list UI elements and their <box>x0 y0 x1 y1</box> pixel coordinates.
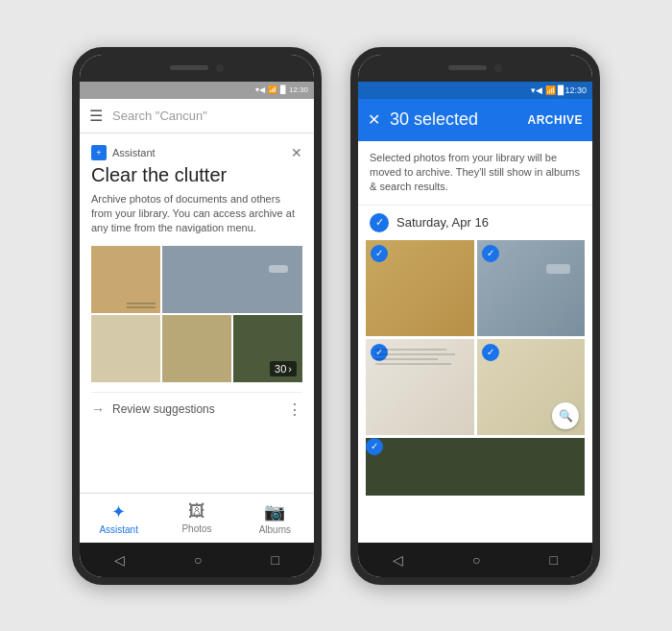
photo-paper-2 <box>162 315 231 382</box>
battery-icon: ▉ <box>280 85 286 94</box>
phone-1-status-bar: ▾◀ 📶 ▉ 12:30 <box>80 82 314 99</box>
close-card-button[interactable]: ✕ <box>291 145 302 160</box>
back-button[interactable]: ◁ <box>114 552 125 568</box>
env-line-1 <box>127 303 156 304</box>
date-row: ✓ Saturday, Apr 16 <box>358 206 592 240</box>
receipt-line-1 <box>375 349 446 351</box>
photo-cell-envelope-2[interactable]: ✓ <box>366 240 474 336</box>
home-button[interactable]: ○ <box>194 552 202 568</box>
check-overlay-1: ✓ <box>371 245 388 262</box>
hamburger-icon[interactable]: ☰ <box>89 107 103 125</box>
check-icon-1: ✓ <box>371 245 388 262</box>
check-overlay-2: ✓ <box>482 245 499 262</box>
phone-2: ▾◀ 📶 ▉ 12:30 ✕ 30 selected ARCHIVE Selec… <box>350 47 600 585</box>
phone-1-top-bar <box>80 55 314 82</box>
more-options-button[interactable]: ⋮ <box>287 400 302 419</box>
phone-1: ▾◀ 📶 ▉ 12:30 ☰ Search "Cancun" + Assista… <box>72 47 322 585</box>
chevron-right-icon: › <box>288 363 292 375</box>
spacer <box>358 496 592 543</box>
photos-tab-icon: 🖼 <box>188 501 205 522</box>
phone-2-screen: ▾◀ 📶 ▉ 12:30 ✕ 30 selected ARCHIVE Selec… <box>358 82 592 543</box>
archive-info-text: Selected photos from your library will b… <box>358 141 592 206</box>
home-button-2[interactable]: ○ <box>472 552 480 568</box>
selection-bar: ✕ 30 selected ARCHIVE <box>358 99 592 141</box>
check-icon-5: ✓ <box>366 438 383 455</box>
phone-1-screen: ▾◀ 📶 ▉ 12:30 ☰ Search "Cancun" + Assista… <box>80 82 314 543</box>
photo-grid-2: ✓ ✓ <box>358 240 592 336</box>
assistant-tab-label: Assistant <box>99 524 138 535</box>
assistant-label-text: Assistant <box>112 147 156 158</box>
photo-grid-row-2: ✓ ✓ 🔍 <box>358 336 592 435</box>
blue-status-bar: ▾◀ 📶 ▉ 12:30 <box>358 82 592 99</box>
time-display: 12:30 <box>289 85 308 94</box>
phone-2-speaker <box>448 65 487 70</box>
tab-bar: ✦ Assistant 🖼 Photos 📷 Albums <box>80 493 314 543</box>
check-overlay-4: ✓ <box>482 344 499 361</box>
wifi-icon: 📶 <box>268 85 277 94</box>
back-button-2[interactable]: ◁ <box>393 552 403 568</box>
tab-photos[interactable]: 🖼 Photos <box>157 494 235 543</box>
photo-cell-car-2[interactable]: ✓ <box>477 240 586 336</box>
date-label: Saturday, Apr 16 <box>396 215 489 230</box>
envelope-decoration <box>127 303 156 308</box>
assistant-header: + Assistant ✕ <box>91 145 302 160</box>
photos-tab-label: Photos <box>181 523 211 534</box>
photo-dark: 30 › <box>233 315 302 382</box>
phone-2-camera <box>494 64 502 72</box>
review-label: Review suggestions <box>112 402 215 416</box>
phone-2-top-bar <box>358 55 592 82</box>
receipt-line-3 <box>375 358 438 360</box>
selection-count: 30 selected <box>390 109 517 130</box>
photo-count-number: 30 <box>275 363 286 375</box>
receipt-lines <box>375 349 465 425</box>
date-check-icon[interactable]: ✓ <box>370 213 389 232</box>
phone-1-speaker <box>170 65 208 70</box>
status-icons-2: ▾◀ 📶 ▉ <box>531 85 564 95</box>
review-row: → Review suggestions ⋮ <box>91 392 302 426</box>
archive-button[interactable]: ARCHIVE <box>527 113 583 127</box>
car-door-handle <box>269 265 288 273</box>
photo-grid: 30 › <box>91 246 302 382</box>
photo-row-wide: ✓ <box>358 435 592 496</box>
zoom-button[interactable]: 🔍 <box>552 402 579 429</box>
tab-albums[interactable]: 📷 Albums <box>236 494 314 543</box>
photo-cell-note[interactable]: ✓ 🔍 <box>477 339 586 435</box>
assistant-card: + Assistant ✕ Clear the clutter Archive … <box>80 133 314 493</box>
check-icon-2: ✓ <box>482 245 499 262</box>
assistant-icon: + <box>91 145 107 160</box>
review-link[interactable]: → Review suggestions <box>91 401 215 417</box>
phone-2-bottom-bar: ◁ ○ □ <box>358 543 592 577</box>
photo-count-badge[interactable]: 30 › <box>270 361 297 376</box>
photo-paper-1 <box>91 315 160 382</box>
albums-tab-icon: 📷 <box>264 501 285 522</box>
phone-1-bottom-bar: ◁ ○ □ <box>80 543 314 577</box>
car-handle-decoration <box>546 264 570 274</box>
assistant-label-row: + Assistant <box>91 145 156 160</box>
photo-envelope <box>91 246 160 313</box>
signal-icon: ▾◀ <box>255 85 265 94</box>
receipt-line-2 <box>375 353 455 355</box>
recent-button-2[interactable]: □ <box>550 552 558 568</box>
photo-car <box>162 246 302 313</box>
tab-assistant[interactable]: ✦ Assistant <box>80 494 157 543</box>
phone-1-camera <box>216 64 224 72</box>
albums-tab-label: Albums <box>259 524 291 535</box>
arrow-right-icon: → <box>91 401 105 417</box>
check-icon-4: ✓ <box>482 344 499 361</box>
env-line-2 <box>127 306 156 308</box>
assistant-tab-icon: ✦ <box>111 501 126 522</box>
status-icons: ▾◀ 📶 ▉ 12:30 <box>255 85 308 94</box>
photo-cell-receipt[interactable]: ✓ <box>366 339 474 435</box>
search-bar: ☰ Search "Cancun" <box>80 99 314 133</box>
photo-cell-wide[interactable]: ✓ <box>366 438 585 496</box>
card-description: Archive photos of documents and others f… <box>91 192 302 236</box>
recent-button[interactable]: □ <box>272 552 279 568</box>
receipt-line-4 <box>375 363 451 365</box>
card-title: Clear the clutter <box>91 164 302 186</box>
close-selection-button[interactable]: ✕ <box>368 110 380 129</box>
check-overlay-5: ✓ <box>366 438 585 455</box>
time-display-2: 12:30 <box>564 85 587 95</box>
search-input[interactable]: Search "Cancun" <box>112 109 207 123</box>
